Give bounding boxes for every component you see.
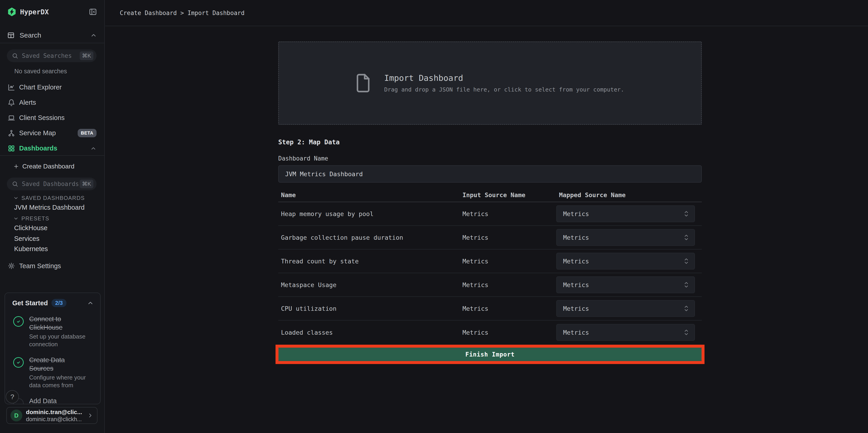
sidebar-item-team-settings[interactable]: Team Settings — [0, 259, 104, 273]
import-dropzone[interactable]: Import Dashboard Drag and drop a JSON fi… — [278, 41, 702, 125]
select-value: Metrics — [563, 210, 589, 217]
annotation-highlight-box: Finish Import — [276, 345, 705, 364]
mapped-source-select[interactable]: Metrics — [556, 205, 695, 222]
chevron-down-icon — [13, 195, 19, 201]
sidebar-section-search[interactable]: Search — [0, 28, 104, 42]
get-started-step-sources[interactable]: Create Data Sources Configure where your… — [5, 356, 100, 389]
plus-icon — [13, 163, 19, 169]
mapped-source-select[interactable]: Metrics — [556, 229, 695, 246]
check-circle-icon — [13, 316, 24, 327]
chevron-up-down-icon — [683, 210, 689, 218]
row-input-source: Metrics — [460, 305, 556, 312]
search-icon — [12, 181, 18, 187]
sidebar-item-dashboards[interactable]: Dashboards — [0, 141, 104, 156]
app-title: HyperDX — [20, 8, 49, 16]
column-header: Name — [278, 191, 460, 198]
service-map-icon — [8, 129, 15, 137]
check-circle-icon — [13, 357, 24, 368]
finish-import-button[interactable]: Finish Import — [278, 348, 702, 361]
profile-email: dominic.tran@clickh... — [26, 416, 82, 423]
create-dashboard-label: Create Dashboard — [22, 163, 74, 170]
chevron-up-icon[interactable] — [90, 32, 97, 39]
presets-section-header[interactable]: PRESETS — [0, 214, 104, 223]
mapping-table: Name Input Source Name Mapped Source Nam… — [278, 188, 702, 344]
sidebar-item-client-sessions[interactable]: Client Sessions — [0, 110, 104, 125]
row-name: Loaded classes — [278, 329, 460, 336]
saved-dashboards-section-header[interactable]: SAVED DASHBOARDS — [0, 193, 104, 203]
profile-name: dominic.tran@clic... — [26, 408, 82, 416]
file-icon — [356, 73, 371, 93]
chevron-down-icon — [13, 216, 19, 221]
step-title: Add Data — [29, 397, 86, 404]
shortcut-badge: ⌘K — [80, 180, 93, 188]
chevron-up-down-icon — [683, 257, 689, 265]
sidebar-nav: Chart Explorer Alerts Client Sessions Se… — [0, 80, 104, 156]
breadcrumb[interactable]: Create Dashboard > Import Dashboard — [120, 9, 245, 17]
row-name: Metaspace Usage — [278, 281, 460, 288]
saved-dashboards-input[interactable]: Saved Dashboards ⌘K — [7, 178, 97, 190]
sidebar-item-service-map[interactable]: Service Map BETA — [0, 125, 104, 141]
mapped-source-select[interactable]: Metrics — [556, 253, 695, 270]
beta-badge: BETA — [78, 129, 97, 137]
sidebar-item-jvm-metrics-dashboard[interactable]: JVM Metrics Dashboard — [0, 203, 104, 212]
mapped-source-select[interactable]: Metrics — [556, 324, 695, 341]
divider — [0, 155, 104, 156]
row-name: Heap memory usage by pool — [278, 210, 460, 217]
chevron-up-icon[interactable] — [87, 300, 94, 306]
search-icon — [12, 53, 18, 59]
preset-link-label: Services — [14, 235, 39, 243]
step-title: Step 2: Map Data — [278, 138, 702, 146]
no-saved-searches-text: No saved searches — [14, 68, 67, 75]
step-desc: Set up your database connection — [29, 333, 91, 348]
row-input-source: Metrics — [460, 258, 556, 265]
select-value: Metrics — [563, 281, 589, 288]
saved-dashboards-placeholder: Saved Dashboards — [22, 181, 79, 187]
dropzone-texts: Import Dashboard Drag and drop a JSON fi… — [384, 73, 624, 93]
get-started-title: Get Started — [12, 299, 48, 307]
select-value: Metrics — [563, 234, 589, 241]
get-started-step-connect[interactable]: Connect to ClickHouse Set up your databa… — [5, 315, 100, 348]
create-dashboard-button[interactable]: Create Dashboard — [0, 161, 104, 172]
logo-row: HyperDX — [0, 5, 104, 19]
dropzone-title: Import Dashboard — [384, 73, 624, 83]
chevron-up-down-icon — [683, 281, 689, 289]
table-row: Metaspace Usage Metrics Metrics — [278, 273, 702, 297]
chevron-up-icon[interactable] — [90, 145, 97, 152]
sidebar-item-alerts[interactable]: Alerts — [0, 95, 104, 110]
saved-searches-input[interactable]: Saved Searches ⌘K — [7, 50, 97, 62]
collapse-sidebar-icon[interactable] — [89, 8, 97, 16]
team-settings-label: Team Settings — [19, 262, 61, 270]
sidebar-item-services[interactable]: Services — [0, 234, 104, 243]
sidebar-item-chart-explorer[interactable]: Chart Explorer — [0, 80, 104, 95]
row-name: CPU utilization — [278, 305, 460, 312]
section-label: SAVED DASHBOARDS — [22, 195, 85, 201]
dashboard-name-label: Dashboard Name — [278, 155, 702, 162]
get-started-step-add-data[interactable]: Add Data Start sending logs, metrics, or… — [5, 397, 100, 404]
step-title: Create Data Sources — [29, 356, 88, 373]
main-header: Create Dashboard > Import Dashboard — [105, 0, 868, 26]
step-title: Connect to ClickHouse — [29, 315, 88, 332]
divider — [0, 43, 104, 43]
mapped-source-select[interactable]: Metrics — [556, 276, 695, 293]
dashboard-name-input[interactable] — [278, 165, 702, 183]
dashboards-grid-icon — [8, 145, 15, 152]
mapped-source-select[interactable]: Metrics — [556, 300, 695, 317]
user-profile-button[interactable]: D dominic.tran@clic... dominic.tran@clic… — [6, 407, 97, 424]
chevron-up-down-icon — [683, 234, 689, 241]
help-button[interactable]: ? — [6, 390, 19, 403]
table-row: Loaded classes Metrics Metrics — [278, 320, 702, 344]
sidebar-item-kubernetes[interactable]: Kubernetes — [0, 244, 104, 254]
shortcut-badge: ⌘K — [80, 52, 93, 60]
main-area: Create Dashboard > Import Dashboard Impo… — [105, 0, 868, 433]
preset-link-label: ClickHouse — [14, 224, 48, 232]
sidebar-item-clickhouse[interactable]: ClickHouse — [0, 223, 104, 233]
nav-label: Dashboards — [19, 145, 57, 152]
row-input-source: Metrics — [460, 210, 556, 217]
chart-explorer-icon — [8, 84, 15, 91]
get-started-card: Get Started 2/3 Connect to ClickHouse Se… — [5, 292, 101, 404]
chevron-up-down-icon — [683, 305, 689, 312]
laptop-icon — [8, 114, 15, 122]
chevron-up-down-icon — [683, 329, 689, 336]
row-input-source: Metrics — [460, 329, 556, 336]
select-value: Metrics — [563, 258, 589, 265]
